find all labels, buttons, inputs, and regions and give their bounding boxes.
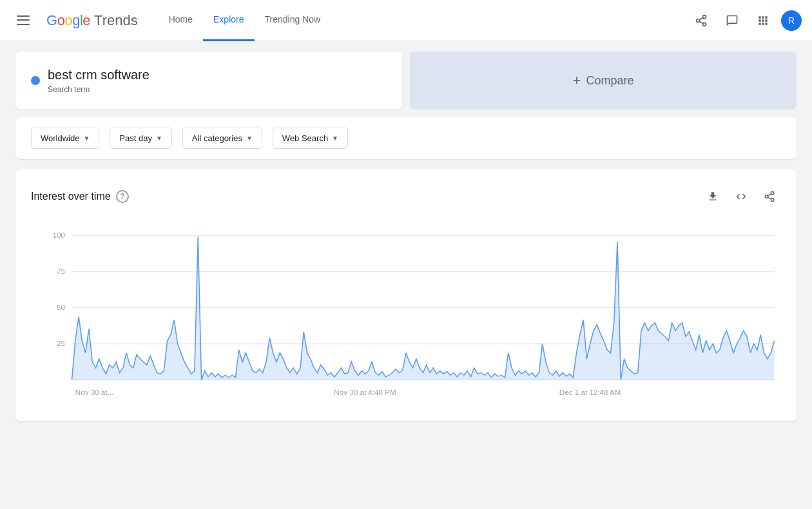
y-label-100: 100 bbox=[52, 232, 64, 239]
time-filter-arrow: ▼ bbox=[156, 135, 162, 142]
logo-o1-letter: o bbox=[57, 12, 65, 28]
location-filter[interactable]: Worldwide ▼ bbox=[31, 128, 99, 149]
category-filter-label: All categories bbox=[192, 133, 242, 143]
svg-line-3 bbox=[699, 21, 703, 23]
y-label-25: 25 bbox=[57, 340, 65, 347]
location-filter-label: Worldwide bbox=[41, 133, 79, 143]
chart-container: 100 75 50 25 Nov 30 at... Nov 30 at 4:48… bbox=[31, 224, 781, 406]
embed-button[interactable] bbox=[730, 185, 753, 208]
search-area: best crm software Search term + Compare bbox=[15, 52, 797, 110]
category-filter-arrow: ▼ bbox=[246, 135, 253, 142]
nav-home[interactable]: Home bbox=[159, 0, 203, 41]
hamburger-icon bbox=[15, 13, 31, 28]
category-filter[interactable]: All categories ▼ bbox=[182, 128, 262, 149]
svg-point-5 bbox=[771, 192, 774, 195]
header-right: R bbox=[688, 8, 802, 34]
chart-svg: 100 75 50 25 Nov 30 at... Nov 30 at 4:48… bbox=[31, 224, 781, 404]
x-label-start: Nov 30 at... bbox=[75, 389, 113, 396]
term-indicator-dot bbox=[31, 76, 40, 85]
share-icon bbox=[695, 14, 708, 27]
logo-google: Google bbox=[46, 12, 90, 29]
chart-title-area: Interest over time ? bbox=[31, 190, 129, 203]
logo-o2-letter: o bbox=[64, 12, 72, 28]
svg-point-0 bbox=[703, 15, 706, 18]
share-chart-button[interactable] bbox=[758, 185, 781, 208]
svg-line-4 bbox=[699, 17, 703, 19]
help-icon[interactable]: ? bbox=[116, 190, 129, 203]
chart-area-fill bbox=[72, 237, 774, 380]
filters-card: Worldwide ▼ Past day ▼ All categories ▼ … bbox=[15, 117, 797, 159]
y-label-50: 50 bbox=[57, 304, 65, 311]
logo-g2-letter: g bbox=[72, 12, 80, 28]
term-text-area: best crm software Search term bbox=[48, 68, 150, 94]
location-filter-arrow: ▼ bbox=[83, 135, 90, 142]
chart-header: Interest over time ? bbox=[31, 185, 781, 208]
search-term-type: Search term bbox=[48, 85, 150, 94]
logo-e-letter: e bbox=[82, 12, 90, 28]
chart-title: Interest over time bbox=[31, 191, 111, 202]
feedback-icon bbox=[726, 14, 739, 27]
compare-plus-icon: + bbox=[573, 72, 581, 89]
apps-icon bbox=[757, 14, 769, 27]
nav-explore[interactable]: Explore bbox=[203, 0, 254, 41]
y-label-75: 75 bbox=[57, 268, 65, 275]
time-filter[interactable]: Past day ▼ bbox=[110, 128, 172, 149]
nav-trending-now[interactable]: Trending Now bbox=[255, 0, 331, 41]
compare-card[interactable]: + Compare bbox=[410, 52, 797, 110]
feedback-button[interactable] bbox=[719, 8, 745, 34]
share-chart-icon bbox=[764, 191, 775, 202]
svg-line-8 bbox=[768, 197, 771, 199]
interest-over-time-card: Interest over time ? bbox=[15, 169, 797, 421]
main-nav: Home Explore Trending Now bbox=[159, 0, 331, 41]
user-avatar[interactable]: R bbox=[781, 10, 802, 31]
search-type-filter[interactable]: Web Search ▼ bbox=[273, 128, 348, 149]
compare-label: Compare bbox=[586, 74, 633, 88]
x-label-end: Dec 1 at 12:48 AM bbox=[559, 389, 621, 396]
header-left: Google Trends bbox=[10, 8, 138, 34]
svg-point-2 bbox=[703, 23, 706, 26]
search-term-name: best crm software bbox=[48, 68, 150, 82]
search-term-card[interactable]: best crm software Search term bbox=[15, 52, 402, 110]
svg-point-7 bbox=[771, 198, 774, 202]
header: Google Trends Home Explore Trending Now … bbox=[0, 0, 812, 41]
share-button[interactable] bbox=[688, 8, 714, 34]
menu-button[interactable] bbox=[10, 8, 36, 34]
embed-icon bbox=[735, 191, 747, 202]
download-button[interactable] bbox=[701, 185, 724, 208]
svg-point-1 bbox=[697, 19, 700, 22]
download-icon bbox=[707, 191, 719, 202]
apps-button[interactable] bbox=[750, 8, 776, 34]
logo-trends-text: Trends bbox=[94, 12, 138, 29]
x-label-mid: Nov 30 at 4:48 PM bbox=[334, 389, 396, 396]
search-type-filter-label: Web Search bbox=[282, 133, 328, 143]
logo-g-letter: G bbox=[46, 12, 57, 28]
svg-point-6 bbox=[765, 195, 768, 198]
svg-line-9 bbox=[768, 194, 771, 196]
main-content: best crm software Search term + Compare … bbox=[0, 41, 812, 442]
chart-actions bbox=[701, 185, 781, 208]
logo[interactable]: Google Trends bbox=[46, 12, 138, 29]
time-filter-label: Past day bbox=[119, 133, 152, 143]
search-type-filter-arrow: ▼ bbox=[332, 135, 338, 142]
